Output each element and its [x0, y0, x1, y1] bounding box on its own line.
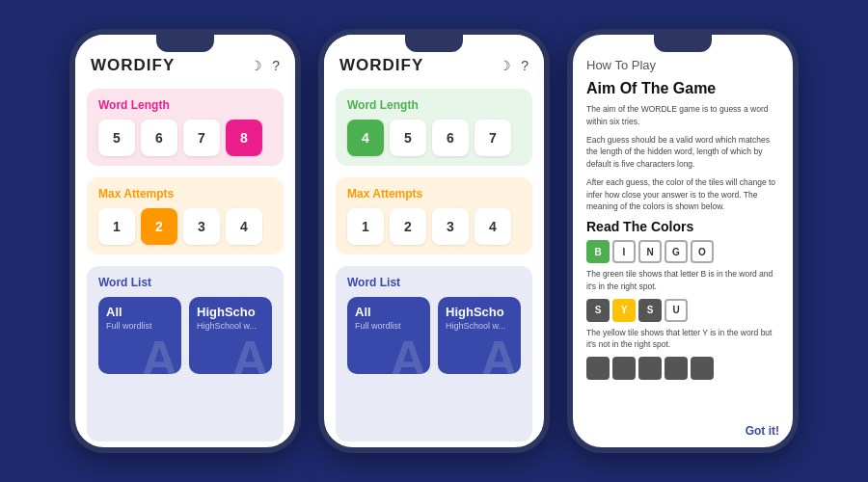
- ma-btn-4-p2[interactable]: 4: [475, 208, 511, 245]
- tile-B: B: [586, 240, 610, 263]
- word-card-all-sub-2: Full wordlist: [355, 321, 422, 331]
- word-card-all-letter-1: A: [141, 334, 177, 374]
- app-header-2: WORDIFY ☽ ?: [324, 35, 544, 83]
- tile-U: U: [665, 299, 688, 322]
- word-card-all-title-1: All: [106, 305, 174, 319]
- wl-btn-5-p2[interactable]: 5: [390, 120, 426, 156]
- sysu-tile-row: S Y S U: [586, 299, 779, 322]
- htp-header: How To Play: [586, 58, 779, 72]
- word-list-label-2: Word List: [347, 276, 521, 289]
- htp-aim-para2: Each guess should be a valid word which …: [586, 134, 779, 171]
- word-length-buttons-1: 5 6 7 8: [98, 120, 272, 156]
- word-card-hs-letter-2: A: [480, 334, 517, 374]
- word-list-section-2: Word List All Full wordlist A HighScho H…: [336, 266, 532, 442]
- word-list-cards-2: All Full wordlist A HighScho HighSchool …: [347, 297, 521, 374]
- tile-O: O: [691, 240, 714, 263]
- tile-G: G: [665, 240, 688, 263]
- app-header-1: WORDIFY ☽ ?: [75, 35, 295, 83]
- word-card-hs-title-1: HighScho: [197, 305, 264, 319]
- question-icon-1[interactable]: ?: [272, 58, 280, 73]
- ma-btn-4[interactable]: 4: [226, 208, 262, 245]
- ma-btn-3[interactable]: 3: [183, 208, 220, 245]
- tile-S2: S: [638, 299, 662, 322]
- wl-btn-8[interactable]: 8: [226, 120, 262, 156]
- header-icons-2: ☽ ?: [499, 58, 529, 73]
- htp-aim-para1: The aim of the WORDLE game is to guess a…: [586, 103, 779, 128]
- ma-btn-1-p2[interactable]: 1: [347, 208, 384, 245]
- phones-container: WORDIFY ☽ ? Word Length 5 6 7 8 Max Atte…: [69, 29, 799, 453]
- header-icons-1: ☽ ?: [250, 58, 280, 73]
- word-length-label-2: Word Length: [347, 98, 521, 112]
- ma-btn-1[interactable]: 1: [98, 208, 135, 245]
- wl-btn-7[interactable]: 7: [183, 120, 220, 156]
- dark-tile-4: [665, 357, 688, 380]
- got-it-button[interactable]: Got it!: [586, 420, 779, 438]
- wl-btn-6[interactable]: 6: [141, 120, 177, 156]
- word-length-buttons-2: 4 5 6 7: [347, 120, 521, 156]
- moon-icon-2[interactable]: ☽: [499, 58, 511, 73]
- wl-btn-5[interactable]: 5: [98, 120, 135, 156]
- max-attempts-buttons-2: 1 2 3 4: [347, 208, 521, 245]
- wl-btn-4-p2[interactable]: 4: [347, 120, 384, 156]
- max-attempts-section-1: Max Attempts 1 2 3 4: [87, 177, 284, 254]
- word-card-all-letter-2: A: [390, 334, 426, 374]
- dark-tile-2: [612, 357, 636, 380]
- htp-aim-para3: After each guess, the color of the tiles…: [586, 176, 779, 213]
- ma-btn-2[interactable]: 2: [141, 208, 177, 245]
- word-card-hs-title-2: HighScho: [446, 305, 513, 319]
- htp-aim-title: Aim Of The Game: [586, 80, 779, 97]
- moon-icon-1[interactable]: ☽: [250, 58, 262, 73]
- word-card-hs-1[interactable]: HighScho HighSchool w... A: [189, 297, 272, 374]
- dark-tile-row: [586, 357, 779, 380]
- max-attempts-label-1: Max Attempts: [98, 187, 272, 201]
- dark-tile-1: [586, 357, 610, 380]
- max-attempts-buttons-1: 1 2 3 4: [98, 208, 272, 245]
- app-title-1: WORDIFY: [91, 56, 175, 75]
- dark-tile-5: [691, 357, 714, 380]
- word-length-section-1: Word Length 5 6 7 8: [87, 89, 284, 166]
- question-icon-2[interactable]: ?: [521, 58, 529, 73]
- ma-btn-2-p2[interactable]: 2: [390, 208, 426, 245]
- max-attempts-label-2: Max Attempts: [347, 187, 521, 201]
- tile-Y: Y: [612, 299, 636, 322]
- word-card-all-2[interactable]: All Full wordlist A: [347, 297, 430, 374]
- word-length-section-2: Word Length 4 5 6 7: [336, 89, 532, 166]
- word-length-label-1: Word Length: [98, 98, 272, 112]
- word-card-all-sub-1: Full wordlist: [106, 321, 174, 331]
- word-card-all-1[interactable]: All Full wordlist A: [98, 297, 181, 374]
- app-title-2: WORDIFY: [339, 56, 423, 75]
- dark-tile-3: [638, 357, 662, 380]
- word-card-hs-letter-1: A: [231, 334, 268, 374]
- tile-N: N: [638, 240, 662, 263]
- htp-colors-title: Read The Colors: [586, 219, 779, 234]
- wl-btn-6-p2[interactable]: 6: [432, 120, 469, 156]
- phone-1-screen: WORDIFY ☽ ? Word Length 5 6 7 8 Max Atte…: [75, 35, 295, 447]
- bingo-tile-row: B I N G O: [586, 240, 779, 263]
- word-card-hs-sub-2: HighSchool w...: [446, 321, 513, 331]
- word-list-cards-1: All Full wordlist A HighScho HighSchool …: [98, 297, 272, 374]
- max-attempts-section-2: Max Attempts 1 2 3 4: [336, 177, 532, 254]
- phone-2-screen: WORDIFY ☽ ? Word Length 4 5 6 7 Max Atte…: [324, 35, 544, 447]
- tile-S1: S: [586, 299, 610, 322]
- word-card-hs-sub-1: HighSchool w...: [197, 321, 264, 331]
- phone-1: WORDIFY ☽ ? Word Length 5 6 7 8 Max Atte…: [69, 29, 301, 453]
- wl-btn-7-p2[interactable]: 7: [475, 120, 511, 156]
- phone-2: WORDIFY ☽ ? Word Length 4 5 6 7 Max Atte…: [318, 29, 550, 453]
- tile-I: I: [612, 240, 636, 263]
- word-card-all-title-2: All: [355, 305, 422, 319]
- bingo-note: The green tile shows that letter B is in…: [586, 268, 779, 293]
- how-to-play-panel: How To Play Aim Of The Game The aim of t…: [567, 29, 799, 453]
- word-list-section-1: Word List All Full wordlist A HighScho H…: [87, 266, 284, 442]
- htp-content: How To Play Aim Of The Game The aim of t…: [573, 35, 793, 447]
- word-list-label-1: Word List: [98, 276, 272, 289]
- ma-btn-3-p2[interactable]: 3: [432, 208, 469, 245]
- word-card-hs-2[interactable]: HighScho HighSchool w... A: [438, 297, 521, 374]
- sysu-note: The yellow tile shows that letter Y is i…: [586, 327, 779, 352]
